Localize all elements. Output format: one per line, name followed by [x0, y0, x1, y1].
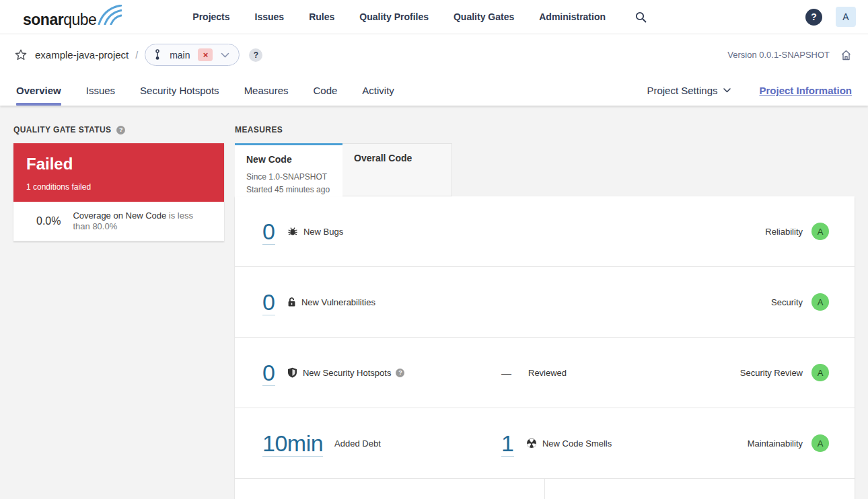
nav-links: Projects Issues Rules Quality Profiles Q…: [192, 11, 606, 22]
quality-gate-title: QUALITY GATE STATUS ?: [13, 125, 224, 135]
condition-metric: Coverage on New Code: [73, 210, 166, 221]
tab-code[interactable]: Code: [313, 75, 337, 106]
breadcrumb-separator: /: [135, 50, 138, 61]
hotspots-help-icon[interactable]: ?: [396, 369, 404, 377]
security-review-label: Security Review: [740, 368, 803, 378]
bug-icon: [287, 226, 298, 237]
search-icon[interactable]: [635, 11, 647, 23]
hotspots-label-text: New Security Hotspots: [303, 368, 392, 378]
nav-item-rules[interactable]: Rules: [309, 11, 334, 22]
quality-gate-status: Failed: [26, 155, 211, 174]
tab-issues[interactable]: Issues: [86, 75, 115, 106]
project-settings-label: Project Settings: [647, 85, 717, 96]
user-avatar[interactable]: A: [836, 7, 856, 27]
tab-measures[interactable]: Measures: [244, 75, 289, 106]
new-vulnerabilities-count[interactable]: 0: [262, 289, 275, 315]
branch-selector[interactable]: main ×: [145, 44, 240, 66]
new-code-tab-label: New Code: [246, 154, 331, 165]
logo-text-qube: qube: [63, 11, 96, 28]
hotspots-reviewed-group: — Reviewed: [501, 367, 567, 379]
project-tabs: Overview Issues Security Hotspots Measur…: [16, 75, 394, 106]
new-code-smells-count[interactable]: 1: [501, 430, 514, 457]
security-label: Security: [771, 297, 803, 307]
code-smells-group: 1 New Code Smells: [501, 430, 612, 457]
new-code-since: Since 1.0-SNAPSHOT: [246, 171, 331, 184]
measure-row-security: 0 New Vulnerabilities Security A: [235, 267, 855, 338]
maintainability-label: Maintainability: [748, 438, 803, 449]
branch-icon: [153, 49, 161, 61]
open-lock-icon: [287, 297, 296, 307]
nav-item-projects[interactable]: Projects: [192, 11, 229, 22]
duplications-cell: [545, 479, 855, 499]
logo-text-sonar: sonar: [23, 11, 63, 28]
quality-gate-conditions-summary: 1 conditions failed: [26, 182, 211, 192]
measures-title: MEASURES: [235, 125, 855, 135]
help-icon[interactable]: ?: [805, 9, 822, 26]
breadcrumb-right: Version 0.0.1-SNAPSHOT: [727, 50, 852, 61]
top-navigation: sonarqube Projects Issues Rules Quality …: [0, 0, 868, 34]
quality-gate-column: QUALITY GATE STATUS ? Failed 1 condition…: [13, 125, 224, 499]
new-vulnerabilities-label: New Vulnerabilities: [301, 297, 375, 307]
nav-item-quality-gates[interactable]: Quality Gates: [454, 11, 514, 22]
measure-row-maintainability: 10min Added Debt 1 New Code S: [235, 408, 855, 479]
measures-column: MEASURES New Code Since 1.0-SNAPSHOT Sta…: [235, 125, 855, 499]
sonarqube-logo[interactable]: sonarqube: [23, 5, 122, 29]
tab-activity[interactable]: Activity: [362, 75, 394, 106]
project-tab-bar: Overview Issues Security Hotspots Measur…: [0, 75, 868, 106]
chevron-down-icon: [221, 52, 229, 58]
nav-item-quality-profiles[interactable]: Quality Profiles: [359, 11, 429, 22]
security-rating-badge[interactable]: A: [811, 293, 829, 311]
nav-item-issues[interactable]: Issues: [255, 11, 285, 22]
condition-value: 0.0%: [36, 215, 61, 227]
tab-overall-code[interactable]: Overall Code: [342, 143, 452, 196]
security-review-rating-badge[interactable]: A: [811, 364, 829, 381]
added-debt-label: Added Debt: [334, 438, 381, 449]
home-icon[interactable]: [840, 50, 852, 61]
measure-row-reliability: 0 New B: [235, 196, 855, 267]
reviewed-value: —: [501, 367, 511, 379]
failed-condition-row[interactable]: 0.0% Coverage on New Code is less than 8…: [13, 202, 224, 241]
coverage-cell: [235, 479, 545, 499]
new-bugs-count[interactable]: 0: [262, 219, 275, 245]
measure-row-security-review: 0 New Security Hotspots ? — Reviewed: [235, 338, 855, 408]
nav-item-administration[interactable]: Administration: [539, 11, 606, 22]
overview-content: QUALITY GATE STATUS ? Failed 1 condition…: [0, 106, 868, 499]
nav-right: ? A: [805, 7, 856, 27]
tab-bar-right: Project Settings Project Information: [647, 85, 852, 96]
measures-period-tabs: New Code Since 1.0-SNAPSHOT Started 45 m…: [235, 143, 855, 196]
added-debt-value[interactable]: 10min: [262, 430, 323, 457]
reliability-label: Reliability: [765, 227, 803, 237]
favorite-star-icon[interactable]: [15, 49, 27, 61]
breadcrumb-project-name[interactable]: example-java-project: [35, 49, 129, 61]
quality-gate-status-header: Failed 1 conditions failed: [13, 143, 224, 202]
measures-title-text: MEASURES: [235, 125, 283, 135]
chevron-down-icon: [723, 88, 731, 93]
code-smell-icon: [526, 438, 537, 449]
maintainability-rating-badge[interactable]: A: [811, 434, 829, 452]
new-security-hotspots-label: New Security Hotspots ?: [303, 368, 405, 378]
new-security-hotspots-count[interactable]: 0: [262, 360, 275, 386]
shield-icon: [287, 367, 297, 378]
measure-row-coverage-duplications: [235, 479, 855, 499]
new-code-started: Started 45 minutes ago: [246, 184, 331, 196]
quality-gate-help-icon[interactable]: ?: [116, 126, 125, 135]
new-code-smells-label: New Code Smells: [542, 438, 612, 449]
reliability-rating-badge[interactable]: A: [811, 223, 829, 240]
quality-gate-title-text: QUALITY GATE STATUS: [13, 125, 111, 135]
branch-name: main: [170, 50, 190, 61]
condition-description: Coverage on New Code is less than 80.0%: [73, 210, 211, 232]
project-information-link[interactable]: Project Information: [759, 85, 852, 96]
project-version: Version 0.0.1-SNAPSHOT: [727, 50, 830, 60]
overall-code-tab-label: Overall Code: [354, 153, 440, 163]
branch-help-icon[interactable]: ?: [249, 48, 262, 62]
tab-security-hotspots[interactable]: Security Hotspots: [140, 75, 219, 106]
project-settings-menu[interactable]: Project Settings: [647, 85, 731, 96]
branch-failed-badge[interactable]: ×: [198, 48, 213, 61]
reviewed-label: Reviewed: [528, 368, 567, 378]
breadcrumb: example-java-project / main × ? Version …: [0, 34, 868, 75]
tab-new-code[interactable]: New Code Since 1.0-SNAPSHOT Started 45 m…: [235, 143, 342, 196]
tab-overview[interactable]: Overview: [16, 75, 61, 106]
new-bugs-label: New Bugs: [303, 227, 343, 237]
measures-panel: 0 New B: [235, 196, 855, 499]
logo-swoosh-icon: [98, 5, 122, 25]
